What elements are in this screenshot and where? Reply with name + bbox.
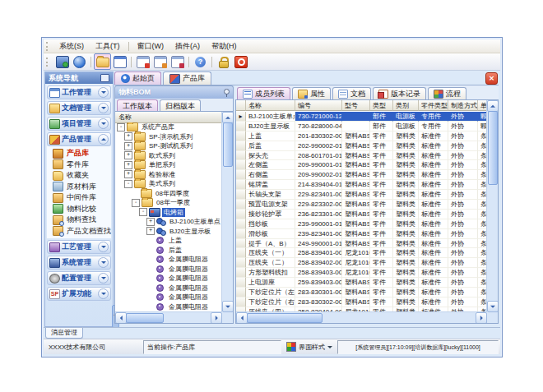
grid-vertical-scrollbar[interactable] xyxy=(486,100,498,312)
column-header-名称[interactable]: 名称 xyxy=(246,100,295,111)
column-header-编号[interactable]: 编号 xyxy=(295,100,342,111)
tree-expander-plus[interactable]: + xyxy=(146,218,155,226)
nav-item-产品库[interactable]: 产品库 xyxy=(47,148,111,159)
tab-产品库[interactable]: 产品库 xyxy=(163,71,211,85)
tree-vertical-scrollbar[interactable] xyxy=(221,112,233,312)
table-row[interactable]: 右侧盖209-990002-01X塑料ABS零件塑料类标准件外协条 xyxy=(236,170,498,180)
tree-node-金属膜电阻器[interactable]: 金属膜电阻器 xyxy=(115,274,222,284)
tree-node-金属膜电阻器[interactable]: 金属膜电阻器 xyxy=(115,255,222,265)
chevron-down-icon[interactable] xyxy=(98,257,109,268)
tree-node-BJ20主显示板[interactable]: +BJ20主显示板 xyxy=(115,227,222,237)
chevron-down-icon[interactable] xyxy=(98,103,109,113)
nav-group-工作管理[interactable]: 工作管理 xyxy=(47,85,111,99)
nav-group-系统管理[interactable]: 系统管理 xyxy=(47,256,111,270)
tab-文档[interactable]: 文档 xyxy=(332,87,371,99)
tree-expander-plus[interactable]: + xyxy=(124,151,132,159)
tree-hscroll-thumb[interactable] xyxy=(126,313,164,323)
scroll-up-button[interactable] xyxy=(222,112,234,123)
tree-expander-plus[interactable]: + xyxy=(124,142,132,150)
table-row[interactable]: 长轴头支架229-823401-00X塑料ABS零件塑料类标准件外协条 xyxy=(236,190,498,200)
chevron-down-icon[interactable] xyxy=(98,273,109,284)
nav-group-项目管理[interactable]: 项目管理 xyxy=(47,117,111,131)
table-row[interactable]: 预置电源支架229-823302-00X塑料ABS零件塑料类标准件外协条 xyxy=(236,200,498,210)
menu-item-5[interactable]: 帮助(H) xyxy=(206,40,243,53)
tree-node-美式系列[interactable]: -美式系列 xyxy=(115,179,222,189)
tab-属性[interactable]: 属性 xyxy=(292,87,331,99)
grid-scroll-thumb[interactable] xyxy=(488,111,498,185)
tab-工作版本[interactable]: 工作版本 xyxy=(117,99,158,112)
tab-成员列表[interactable]: 成员列表 xyxy=(237,87,290,99)
column-header-型号[interactable]: 型号 xyxy=(342,100,370,111)
tree-node-电烤箱[interactable]: -电烤箱 xyxy=(115,208,222,218)
chevron-down-icon[interactable] xyxy=(98,288,109,299)
grid-horizontal-scrollbar[interactable] xyxy=(236,311,487,323)
tree-node-金属膜电阻器[interactable]: 金属膜电阻器 xyxy=(115,302,222,312)
chevron-down-icon[interactable] xyxy=(98,118,109,129)
tab-起始页[interactable]: 起始页 xyxy=(114,71,161,85)
tree-node-金属膜电阻器[interactable]: 金属膜电阻器 xyxy=(115,284,222,293)
toolbar-help-button[interactable] xyxy=(192,53,209,70)
tab-版本记录[interactable]: 版本记录 xyxy=(373,87,426,99)
scroll-left-button[interactable] xyxy=(236,312,248,324)
table-row[interactable]: 压线夹（二）258-839402-00X尼龙1010零件塑料类标准件外协条 xyxy=(236,258,498,268)
table-row[interactable]: BJ20主显示板730-828000-04X部件电源板专用件外协颗 xyxy=(236,122,498,131)
toolbar-lock-button[interactable] xyxy=(215,53,232,70)
toolbar-layout-button[interactable] xyxy=(111,53,128,70)
tree-expander-minus[interactable]: - xyxy=(132,199,140,207)
column-header-制造方式[interactable]: 制造方式 xyxy=(448,100,478,111)
tree-expander-plus[interactable]: + xyxy=(146,227,155,235)
table-row[interactable]: 挡纱板239-990001-01X塑料ABS零件塑料类标准件外协条 xyxy=(236,219,498,229)
tree-node-欧式系列[interactable]: +欧式系列 xyxy=(115,151,222,161)
table-row[interactable]: 下纱定位片（左）283-830301-00X塑料ABS零件塑料类标准件外协条 xyxy=(236,288,498,297)
nav-item-中间件库[interactable]: 中间件库 xyxy=(47,192,111,204)
table-row[interactable]: 上电源座259-839403-00X塑料ABS零件塑料类标准件外协条 xyxy=(236,278,498,288)
ui-style-button[interactable]: 界面样式 xyxy=(284,341,335,353)
menu-item-4[interactable]: 插件(A) xyxy=(169,40,206,53)
chevron-down-icon[interactable] xyxy=(98,87,109,98)
scroll-down-button[interactable] xyxy=(222,301,234,312)
tree-scroll-thumb[interactable] xyxy=(223,122,233,167)
nav-group-文档管理[interactable]: 文档管理 xyxy=(47,101,111,115)
tree-expander-minus[interactable]: - xyxy=(117,123,125,131)
scroll-left-button[interactable] xyxy=(115,312,127,324)
scroll-right-button[interactable] xyxy=(211,312,222,324)
tree-expander-plus[interactable]: + xyxy=(124,132,132,141)
table-row[interactable]: 滑纱板239-823401-00X塑料ABS零件塑料类标准件外协条 xyxy=(236,229,498,239)
scroll-down-button[interactable] xyxy=(487,301,499,312)
table-row[interactable]: 后盖202-990002-01X塑料ABS零件塑料类标准件外协条 xyxy=(236,141,498,151)
table-row[interactable]: 接纱轮护罩236-823301-00X塑料ABS零件塑料类标准件外协条 xyxy=(236,210,498,219)
table-row[interactable]: 下纱定位片（右）283-830302-00X塑料ABS零件塑料类标准件外协条 xyxy=(236,297,498,307)
table-row[interactable]: 左侧盖209-990001-01X塑料ABS零件塑料类标准件外协条 xyxy=(236,160,498,170)
tree-node-检验标准[interactable]: +检验标准 xyxy=(115,170,222,180)
nav-group-扩展功能[interactable]: 扩展功能 xyxy=(47,287,111,301)
toolbar-exit-button[interactable] xyxy=(232,53,249,70)
tree-node-08年一季度[interactable]: -08年一季度 xyxy=(115,198,222,208)
tree-expander-minus[interactable]: - xyxy=(124,180,132,188)
tree-node-上盖[interactable]: 上盖 xyxy=(115,236,222,246)
tree-node-单把系列[interactable]: +单把系列 xyxy=(115,160,222,170)
tree-column-header[interactable]: 名称 xyxy=(115,112,230,123)
column-header-类别[interactable]: 类别 xyxy=(393,100,419,111)
tree-expander-plus[interactable]: + xyxy=(124,161,132,169)
scroll-right-button[interactable] xyxy=(476,312,487,324)
table-row[interactable]: ▸BJ-2100主板单点730-721000-12X部件电源板专用件外协颗 xyxy=(236,112,498,122)
menu-item-1[interactable]: 系统(S) xyxy=(53,40,90,53)
tree-node-BJ-2100主板单点[interactable]: +BJ-2100主板单点 xyxy=(115,217,222,227)
tree-node-SP-演示机系列[interactable]: +SP-演示机系列 xyxy=(115,132,222,142)
column-header-零件类型[interactable]: 零件类型 xyxy=(419,100,448,111)
nav-item-收藏夹[interactable]: 收藏夹 xyxy=(47,170,111,182)
table-row[interactable]: 铭牌盖214-839404-01X塑料ABS零件塑料类标准件外协条 xyxy=(236,180,498,190)
toolbar-window-view-button[interactable] xyxy=(151,53,169,70)
nav-item-物料查找[interactable]: 物料查找 xyxy=(47,214,111,226)
tree-node-金属膜电阻器[interactable]: 金属膜电阻器 xyxy=(115,293,222,302)
table-row[interactable]: 提手（A、B）249-990001-01X塑料ABS零件塑料类标准件外协条 xyxy=(236,239,498,249)
nav-item-原材料库[interactable]: 原材料库 xyxy=(47,182,111,193)
table-row[interactable]: 方形塑料线扣258-839403-00X尼龙1010零件塑料类标准件外协条 xyxy=(236,268,498,278)
message-manager-tab[interactable]: 消息管理 xyxy=(45,328,83,339)
tree-node-SP-测试机系列[interactable]: +SP-测试机系列 xyxy=(115,141,222,151)
column-header-类型[interactable]: 类型 xyxy=(370,100,393,111)
scroll-up-button[interactable] xyxy=(487,100,499,112)
grid-hscroll-thumb[interactable] xyxy=(247,313,323,323)
chevron-down-icon[interactable] xyxy=(98,242,109,252)
tree-node-金属膜电阻器[interactable]: 金属膜电阻器 xyxy=(115,265,222,274)
